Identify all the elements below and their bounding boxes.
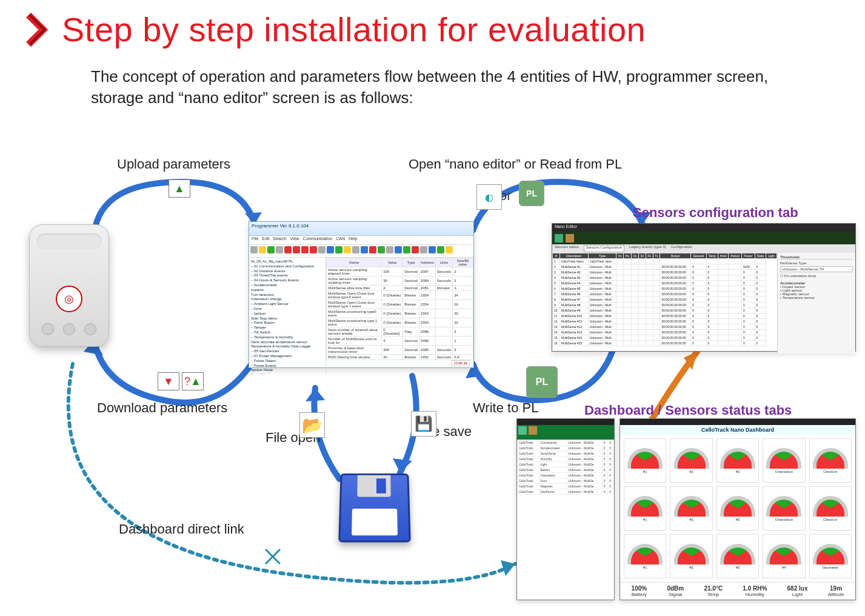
programmer-grid: NameValueTypeAddressUnitsSize/Bit indexA… xyxy=(326,258,473,374)
file-save-icon: 💾 xyxy=(411,411,436,437)
device-logo-icon: ◎ xyxy=(56,286,82,312)
kpi: 19mAltitude xyxy=(828,585,844,597)
gauge: Check-in xyxy=(809,438,852,483)
pl-read-icon: PL xyxy=(519,181,544,206)
svg-line-10 xyxy=(266,549,280,564)
svg-marker-5 xyxy=(393,458,412,473)
dashboard-window: CelloTrack Nano Dashboard #1#2#3Orientat… xyxy=(620,418,856,600)
programmer-toolbar xyxy=(249,245,473,258)
svg-marker-8 xyxy=(501,560,515,576)
gauge: #3 xyxy=(716,534,759,578)
nano-toolbar xyxy=(552,232,855,244)
gauge: Geometer xyxy=(809,534,852,578)
programmer-status: COM 36 xyxy=(452,360,470,366)
svg-line-9 xyxy=(266,549,280,564)
open-icon: ◐ xyxy=(476,184,502,210)
label-write-pl: Write to PL xyxy=(473,400,538,416)
gauge: #2 xyxy=(670,534,712,578)
nano-thresholds-panel: Thresholds Multisense Type Unknown - Mul… xyxy=(777,253,855,353)
gauge: #3 xyxy=(716,438,759,483)
upload-icon: ▲ xyxy=(169,179,190,198)
dashboard-title: CelloTrack Nano Dashboard xyxy=(620,425,855,435)
download-icon: ▼ xyxy=(158,372,179,390)
gauge: #2 xyxy=(670,486,712,531)
svg-marker-2 xyxy=(633,212,651,224)
bullet-text: The concept of operation and parameters … xyxy=(91,66,788,109)
nano-grid: #DescriptionTypeVxHxOxDrFxTxButtonGenera… xyxy=(552,253,777,353)
gauge: #2 xyxy=(670,438,712,483)
gauge: Check-in xyxy=(809,486,852,531)
label-open-nano: Open “nano editor” or Read from PL xyxy=(409,156,622,172)
gauge: #4 xyxy=(763,534,805,578)
kpi: 682 luxLight xyxy=(787,585,808,597)
programmer-menu: FileEditSearchViewCommunicationCANHelp xyxy=(249,236,473,245)
label-dash-tabs: Dashboard / Sensors status tabs xyxy=(584,403,792,418)
label-dash-link: Dashboard direct link xyxy=(119,521,244,537)
label-sensors-config: Sensors configuration tab xyxy=(633,205,798,221)
kpi: 1.0 RH%Humidity xyxy=(743,585,767,597)
dashboard-windows: CelloTrackConnectivityUnknown - MultiSe0… xyxy=(516,418,856,600)
programmer-tree: fw_35_4x_36j_nano30 PL– 01 Communication… xyxy=(249,258,326,374)
programmer-window: Programmer Ver 8.1.0.104 FileEditSearchV… xyxy=(249,221,474,368)
download-query-icon: ?▲ xyxy=(182,372,204,390)
gauge: Orientation xyxy=(763,438,805,483)
gauge: #1 xyxy=(624,438,666,483)
hardware-device: ◎ xyxy=(29,224,109,347)
sensors-status-window: CelloTrackConnectivityUnknown - MultiSe0… xyxy=(516,418,615,600)
gauge: #1 xyxy=(624,486,666,531)
kpi: 0dBmSignal xyxy=(667,585,684,597)
kpi: 100%Battery xyxy=(632,585,647,597)
gauge: Orientation xyxy=(763,486,805,531)
gauge: #1 xyxy=(624,534,666,578)
nano-tabs: Sensors statusSensors ConfigurationLegac… xyxy=(552,244,855,253)
svg-marker-6 xyxy=(684,352,697,370)
file-open-icon: 📂 xyxy=(299,412,325,438)
nano-titlebar: Nano Editor xyxy=(552,224,855,232)
floppy-icon xyxy=(338,474,411,543)
label-upload: Upload parameters xyxy=(117,156,230,172)
slide-title: Step by step installation for evaluation xyxy=(62,10,646,49)
pl-write-icon: PL xyxy=(526,366,558,398)
svg-marker-4 xyxy=(306,388,325,401)
label-download: Download parameters xyxy=(97,400,227,416)
gauge: #3 xyxy=(716,486,759,531)
programmer-titlebar: Programmer Ver 8.1.0.104 xyxy=(249,222,473,236)
chevron-right-icon xyxy=(24,13,51,47)
nano-editor-window: Nano Editor Sensors statusSensors Config… xyxy=(552,223,856,352)
kpi: 21.0°CTemp xyxy=(704,585,723,597)
